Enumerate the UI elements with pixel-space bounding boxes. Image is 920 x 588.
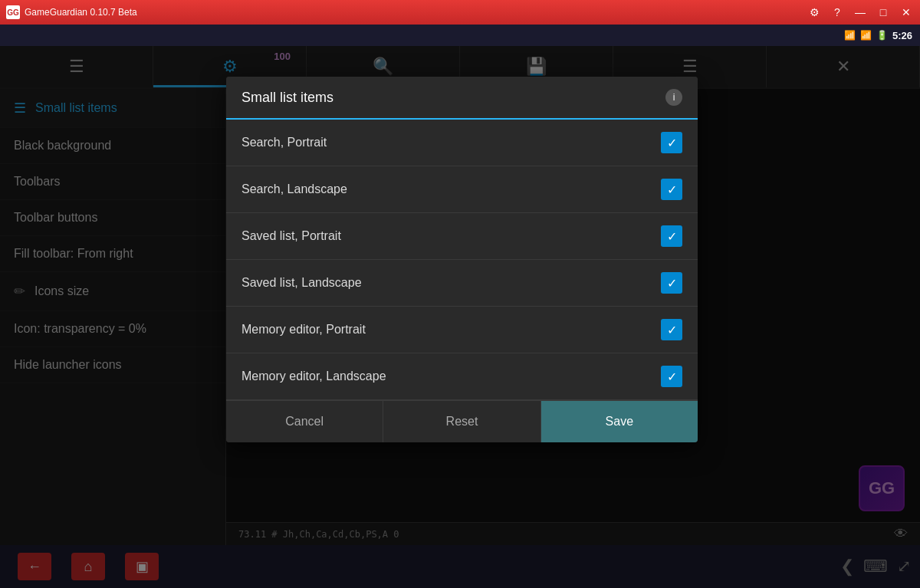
cancel-button[interactable]: Cancel xyxy=(226,401,383,442)
dialog-info-button[interactable]: i xyxy=(665,89,682,106)
reset-button[interactable]: Reset xyxy=(383,401,540,442)
checkbox-saved-list-portrait[interactable]: ✓ xyxy=(661,225,682,247)
save-button[interactable]: Save xyxy=(541,401,698,442)
battery-icon: 🔋 xyxy=(876,30,888,41)
dialog-item-label: Saved list, Landscape xyxy=(242,276,362,290)
settings-icon[interactable]: ⚙ xyxy=(807,5,822,20)
help-icon[interactable]: ? xyxy=(830,5,845,20)
dialog-item-label: Saved list, Portrait xyxy=(242,229,341,243)
title-bar-controls: ⚙ ? — □ ✕ xyxy=(807,5,914,20)
app-icon: GG xyxy=(6,5,20,19)
status-time: 5:26 xyxy=(892,30,912,41)
status-bar: 📶 📶 🔋 5:26 xyxy=(0,25,920,46)
checkbox-saved-list-landscape[interactable]: ✓ xyxy=(661,272,682,294)
close-button[interactable]: ✕ xyxy=(899,5,914,20)
app-area: ☰ 100 ⚙ 🔍 💾 ☰ ✕ ☰ Small list items Black xyxy=(0,46,920,588)
dialog-item-search-landscape: Search, Landscape ✓ xyxy=(226,166,698,213)
title-bar-title: GameGuardian 0.10.7 Beta xyxy=(25,7,137,18)
checkbox-memory-editor-landscape[interactable]: ✓ xyxy=(661,366,682,387)
signal-icon: 📶 xyxy=(860,30,872,41)
dialog-header: Small list items i xyxy=(226,77,698,120)
dialog-item-memory-editor-landscape: Memory editor, Landscape ✓ xyxy=(226,353,698,400)
minimize-button[interactable]: — xyxy=(853,5,868,20)
dialog: Small list items i Search, Portrait ✓ Se… xyxy=(226,77,698,442)
dialog-item-label: Search, Landscape xyxy=(242,182,347,196)
dialog-actions: Cancel Reset Save xyxy=(226,400,698,442)
dialog-item-label: Memory editor, Landscape xyxy=(242,370,386,383)
restore-button[interactable]: □ xyxy=(876,5,891,20)
title-bar: GG GameGuardian 0.10.7 Beta ⚙ ? — □ ✕ xyxy=(0,0,920,25)
checkbox-memory-editor-portrait[interactable]: ✓ xyxy=(661,319,682,340)
checkbox-search-portrait[interactable]: ✓ xyxy=(661,132,682,153)
dialog-item-saved-list-portrait: Saved list, Portrait ✓ xyxy=(226,213,698,260)
dialog-item-label: Memory editor, Portrait xyxy=(242,323,366,337)
checkbox-search-landscape[interactable]: ✓ xyxy=(661,179,682,200)
dialog-item-search-portrait: Search, Portrait ✓ xyxy=(226,120,698,166)
title-bar-left: GG GameGuardian 0.10.7 Beta xyxy=(6,5,137,19)
dialog-item-memory-editor-portrait: Memory editor, Portrait ✓ xyxy=(226,307,698,353)
dialog-title: Small list items xyxy=(242,90,334,106)
dialog-item-label: Search, Portrait xyxy=(242,136,327,149)
wifi-icon: 📶 xyxy=(844,30,856,41)
dialog-item-saved-list-landscape: Saved list, Landscape ✓ xyxy=(226,260,698,307)
